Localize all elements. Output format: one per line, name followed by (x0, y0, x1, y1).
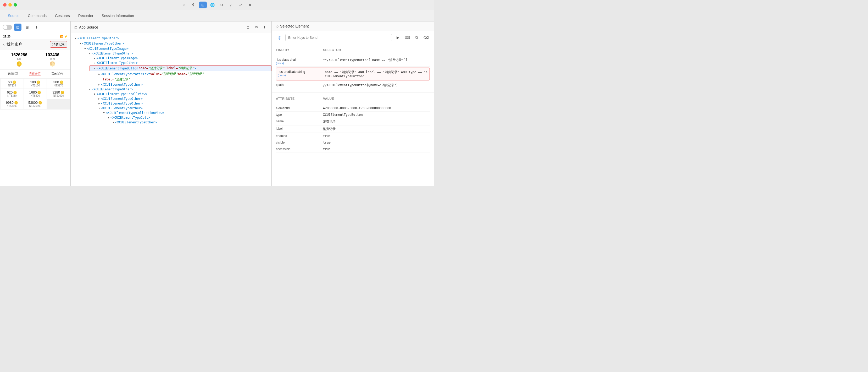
minimize-button[interactable] (8, 3, 12, 6)
refresh-icon-btn[interactable]: ↺ (218, 2, 226, 8)
attr-row-type: type XCUIElementTypeButton (276, 112, 430, 118)
recharge-gold[interactable]: 充值金币 (29, 72, 40, 76)
kdou-value: 1626286 (11, 53, 27, 57)
tree-line-other-c[interactable]: ▼ <XCUIElementTypeOther> (94, 106, 272, 111)
target-icon[interactable]: ◎ (276, 34, 283, 41)
nav-badge[interactable]: 消费记录 (50, 41, 67, 48)
maximize-button[interactable] (13, 3, 17, 6)
home-icon-btn[interactable]: ⌂ (180, 2, 188, 8)
attr-row-label: label 消费记录 (276, 125, 430, 133)
tree-node-2: ▼ <XCUIElementTypeImage> ▼ <XCUIEle (80, 46, 272, 125)
tree-line-1[interactable]: ▼ <XCUIElementTypeOther> (75, 41, 272, 46)
toggle-5c[interactable]: ▶ (97, 83, 101, 86)
kdou-label: K豆 (11, 57, 27, 61)
price-amount-5: 3280 🪙 (49, 90, 68, 94)
tree-line-4b[interactable]: ▶ <XCUIElementTypeOther> (90, 60, 272, 65)
find-by-header: Find By (276, 48, 323, 52)
resize-icon-btn[interactable]: ⤢ (237, 2, 245, 8)
inspect-icon-btn[interactable]: ⊡ (14, 24, 22, 31)
globe-icon-btn[interactable]: 🌐 (208, 2, 216, 8)
mic-icon-btn[interactable]: 🎙 (189, 2, 197, 8)
toggle-cell[interactable]: ▼ (107, 116, 111, 119)
find-value-xpath: //XCUIElementTypeButton[@name="消费记录"] (323, 83, 430, 87)
download-source-btn[interactable]: ⬇ (261, 24, 268, 30)
toggle-3a[interactable]: ▼ (88, 52, 92, 55)
tab-commands[interactable]: Commands (24, 11, 50, 20)
price-cell-2[interactable]: 300 🪙 NT$170 (47, 79, 70, 89)
attr-value-accessible: true (323, 147, 430, 151)
toggle-other-a[interactable]: ▶ (97, 97, 101, 101)
tree-line-cell-other[interactable]: ▼ <XCUIElementTypeOther> (108, 120, 272, 125)
grid-icon-btn[interactable]: ⊞ (199, 2, 207, 8)
toggle-scroll[interactable]: ▼ (93, 92, 96, 96)
tree-line-0[interactable]: ▼ <XCUIElementTypeOther> (71, 36, 272, 40)
toggle-4a[interactable]: ▶ (93, 56, 96, 60)
close-button[interactable] (3, 3, 6, 6)
back-button[interactable]: ‹ (3, 42, 4, 47)
send-keys-input[interactable] (285, 34, 392, 41)
tree-line-3b[interactable]: ▼ <XCUIElementTypeOther> (85, 87, 272, 92)
close-window-btn[interactable]: ✕ (246, 2, 254, 8)
phone-screen: 21:23 📶 ⚡ ‹ 我的账户 消费记录 1626286 K豆 (0, 33, 70, 186)
tree-line-other-a[interactable]: ▶ <XCUIElementTypeOther> (94, 96, 272, 101)
delete-element-btn[interactable]: ⌫ (423, 34, 430, 41)
toggle-1[interactable]: ▼ (79, 42, 82, 45)
nav-tabs: Source Commands Gestures Recorder Sessio… (0, 10, 434, 22)
attr-value-elementId: A2000000-0000-0000-C703-000000000000 (323, 106, 430, 110)
price-cell-6[interactable]: 9980 🪙 NT$4990 (1, 99, 24, 109)
price-cell-7[interactable]: 53800 🪙 NT$26900 (24, 99, 47, 109)
docs-link-class-chain[interactable]: (docs) (276, 62, 323, 65)
value-header: Value (323, 97, 430, 101)
tree-line-5c[interactable]: ▶ <XCUIElementTypeOther> (94, 82, 272, 87)
toggle-4b[interactable]: ▶ (93, 61, 96, 65)
price-cell-0[interactable]: 60 🪙 NT$33 (1, 79, 24, 89)
toggle-other-b[interactable]: ▶ (97, 102, 101, 105)
tree-line-5b[interactable]: ▶ label="消费记录" (94, 77, 272, 82)
toggle-cell-other[interactable]: ▼ (112, 120, 115, 124)
toggle-0[interactable]: ▼ (74, 36, 78, 40)
price-label-0: NT$33 (2, 84, 22, 87)
download-btn[interactable]: ⬇ (33, 24, 40, 31)
toggle-other-c[interactable]: ▼ (97, 106, 101, 110)
tree-line-4a[interactable]: ▶ <XCUIElementTypeImage> (90, 56, 272, 60)
toggle-3b[interactable]: ▼ (88, 87, 92, 91)
toggle-collection[interactable]: ▼ (102, 111, 106, 115)
price-cell-4[interactable]: 1680 🪙 NT$870 (24, 89, 47, 99)
price-cell-5[interactable]: 3280 🪙 NT$1690 (47, 89, 70, 99)
tree-line-scroll[interactable]: ▼ <XCUIElementTypeScrollView> (90, 92, 272, 96)
tree-line-5a[interactable]: ▶ <XCUIElementTypeStaticText value="消费记录… (94, 71, 272, 77)
tree-line-other-b[interactable]: ▶ <XCUIElementTypeOther> (94, 101, 272, 106)
tree-node-0: ▼ <XCUIElementTypeOther> ▼ <XCUIElementT… (71, 35, 272, 126)
tree-line-3a[interactable]: ▼ <XCUIElementTypeOther> (85, 51, 272, 56)
toggle-2[interactable]: ▼ (83, 47, 87, 51)
recharge-kdou[interactable]: 充值K豆 (8, 72, 18, 76)
tab-source[interactable]: Source (4, 11, 23, 20)
tab-recorder[interactable]: Recorder (74, 11, 97, 20)
send-btn[interactable]: ▶ (394, 34, 402, 41)
expand-btn[interactable]: ⊡ (245, 24, 251, 30)
price-cell-1[interactable]: 180 🪙 NT$100 (24, 79, 47, 89)
attr-name: name= (139, 66, 148, 70)
copy-source-btn[interactable]: ⧉ (253, 24, 259, 30)
toggle-selected[interactable]: ▼ (93, 66, 97, 70)
copy-element-btn[interactable]: ⧉ (413, 34, 421, 41)
keyboard-btn[interactable]: ⌨ (404, 34, 411, 41)
attr-value-visible: true (323, 141, 430, 144)
toggle-5a[interactable]: ▶ (97, 72, 101, 76)
tree-line-cell[interactable]: ▼ <XCUIElementTypeCell> (104, 115, 272, 120)
price-cell-3[interactable]: 620 🪙 NT$330 (1, 89, 24, 99)
search-icon-btn[interactable]: ⌕ (227, 2, 235, 8)
my-backpack[interactable]: 我的背包 (51, 72, 63, 76)
tree-line-collection[interactable]: ▼ <XCUIElementTypeCollectionView> (99, 111, 272, 115)
app-panel: ⊡ ⊞ ⬇ 21:23 📶 ⚡ ‹ 我的账户 消费记录 (0, 22, 71, 186)
tab-session-information[interactable]: Session Information (98, 11, 138, 20)
gold-label: 金币 (45, 57, 59, 61)
tag-3b: <XCUIElementTypeOther> (92, 87, 133, 91)
tab-gestures[interactable]: Gestures (51, 11, 73, 20)
docs-link-predicate[interactable]: (docs) (278, 74, 325, 77)
tree-line-2[interactable]: ▼ <XCUIElementTypeImage> (80, 46, 272, 51)
gold-value: 103436 (45, 53, 59, 57)
tree-line-selected[interactable]: ▼ <XCUIElementTypeButton name="消费记录" lab… (90, 65, 272, 71)
toggle-switch[interactable] (3, 25, 12, 30)
add-element-btn[interactable]: ⊞ (24, 24, 31, 31)
